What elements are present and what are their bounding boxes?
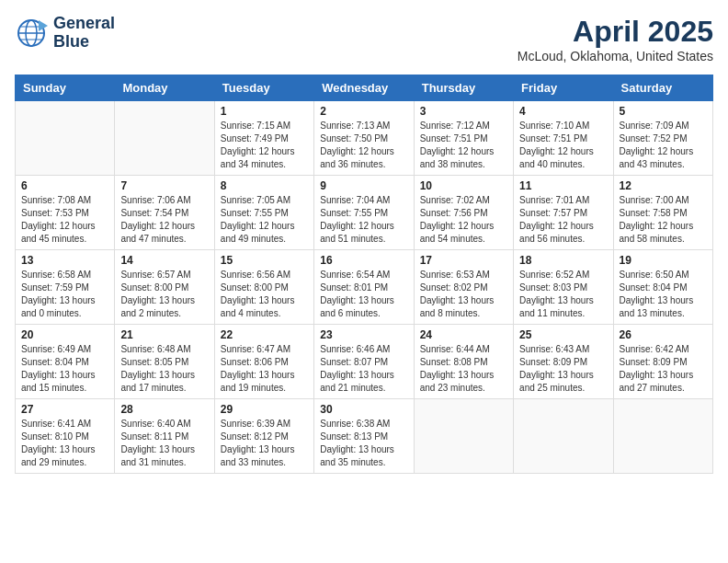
table-row: 27Sunrise: 6:41 AMSunset: 8:10 PMDayligh…: [16, 399, 115, 474]
day-info: Sunrise: 7:05 AMSunset: 7:55 PMDaylight:…: [221, 194, 308, 246]
day-number: 23: [320, 328, 407, 341]
table-row: 16Sunrise: 6:54 AMSunset: 8:01 PMDayligh…: [314, 250, 414, 325]
day-number: 25: [519, 328, 607, 341]
day-info: Sunrise: 6:40 AMSunset: 8:11 PMDaylight:…: [120, 418, 208, 469]
day-number: 28: [120, 403, 208, 416]
day-number: 20: [21, 328, 108, 341]
logo: General Blue: [15, 15, 115, 52]
title-area: April 2025 McLoud, Oklahoma, United Stat…: [518, 15, 713, 63]
day-number: 24: [420, 328, 507, 341]
day-number: 19: [620, 254, 707, 267]
table-row: 4Sunrise: 7:10 AMSunset: 7:51 PMDaylight…: [514, 101, 613, 176]
day-info: Sunrise: 6:54 AMSunset: 8:01 PMDaylight:…: [320, 269, 407, 320]
month-title: April 2025: [518, 15, 713, 49]
day-info: Sunrise: 6:46 AMSunset: 8:07 PMDaylight:…: [320, 343, 407, 395]
day-number: 12: [620, 179, 707, 192]
day-info: Sunrise: 6:52 AMSunset: 8:03 PMDaylight:…: [519, 269, 607, 320]
table-row: 17Sunrise: 6:53 AMSunset: 8:02 PMDayligh…: [414, 250, 513, 325]
header: General Blue April 2025 McLoud, Oklahoma…: [15, 15, 713, 63]
weekday-header-friday: Friday: [514, 75, 613, 101]
weekday-header-tuesday: Tuesday: [214, 75, 313, 101]
table-row: 28Sunrise: 6:40 AMSunset: 8:11 PMDayligh…: [115, 399, 214, 474]
table-row: 21Sunrise: 6:48 AMSunset: 8:05 PMDayligh…: [115, 325, 214, 399]
table-row: 12Sunrise: 7:00 AMSunset: 7:58 PMDayligh…: [613, 176, 712, 250]
day-info: Sunrise: 7:12 AMSunset: 7:51 PMDaylight:…: [420, 120, 507, 171]
weekday-header-saturday: Saturday: [613, 75, 712, 101]
day-number: 6: [21, 179, 108, 192]
weekday-header-thursday: Thursday: [414, 75, 513, 101]
table-row: 26Sunrise: 6:42 AMSunset: 8:09 PMDayligh…: [613, 325, 712, 399]
logo-text: General Blue: [53, 15, 115, 52]
table-row: 14Sunrise: 6:57 AMSunset: 8:00 PMDayligh…: [115, 250, 214, 325]
day-info: Sunrise: 7:10 AMSunset: 7:51 PMDaylight:…: [519, 120, 607, 171]
day-number: 14: [120, 254, 208, 267]
day-info: Sunrise: 6:49 AMSunset: 8:04 PMDaylight:…: [21, 343, 108, 395]
weekday-header-sunday: Sunday: [16, 75, 115, 101]
day-info: Sunrise: 6:42 AMSunset: 8:09 PMDaylight:…: [620, 343, 707, 395]
day-info: Sunrise: 7:15 AMSunset: 7:49 PMDaylight:…: [221, 120, 308, 171]
day-number: 22: [221, 328, 308, 341]
day-info: Sunrise: 6:53 AMSunset: 8:02 PMDaylight:…: [420, 269, 507, 320]
day-number: 1: [221, 105, 308, 118]
day-number: 7: [120, 179, 208, 192]
weekday-header-wednesday: Wednesday: [314, 75, 414, 101]
table-row: [115, 101, 214, 176]
calendar-week-row: 1Sunrise: 7:15 AMSunset: 7:49 PMDaylight…: [16, 101, 713, 176]
day-info: Sunrise: 6:39 AMSunset: 8:12 PMDaylight:…: [221, 418, 308, 469]
table-row: 20Sunrise: 6:49 AMSunset: 8:04 PMDayligh…: [16, 325, 115, 399]
day-number: 16: [320, 254, 407, 267]
day-info: Sunrise: 6:48 AMSunset: 8:05 PMDaylight:…: [120, 343, 208, 395]
day-number: 21: [120, 328, 208, 341]
day-info: Sunrise: 7:08 AMSunset: 7:53 PMDaylight:…: [21, 194, 108, 246]
weekday-header-monday: Monday: [115, 75, 214, 101]
table-row: [16, 101, 115, 176]
calendar-week-row: 20Sunrise: 6:49 AMSunset: 8:04 PMDayligh…: [16, 325, 713, 399]
day-info: Sunrise: 7:04 AMSunset: 7:55 PMDaylight:…: [320, 194, 407, 246]
day-number: 30: [320, 403, 407, 416]
table-row: 5Sunrise: 7:09 AMSunset: 7:52 PMDaylight…: [613, 101, 712, 176]
location-title: McLoud, Oklahoma, United States: [518, 49, 713, 63]
day-number: 2: [320, 105, 407, 118]
day-info: Sunrise: 7:09 AMSunset: 7:52 PMDaylight:…: [620, 120, 707, 171]
table-row: 19Sunrise: 6:50 AMSunset: 8:04 PMDayligh…: [613, 250, 712, 325]
day-info: Sunrise: 7:01 AMSunset: 7:57 PMDaylight:…: [519, 194, 607, 246]
calendar: SundayMondayTuesdayWednesdayThursdayFrid…: [15, 75, 713, 474]
table-row: [514, 399, 613, 474]
day-info: Sunrise: 6:38 AMSunset: 8:13 PMDaylight:…: [320, 418, 407, 469]
table-row: 11Sunrise: 7:01 AMSunset: 7:57 PMDayligh…: [514, 176, 613, 250]
day-number: 9: [320, 179, 407, 192]
calendar-week-row: 13Sunrise: 6:58 AMSunset: 7:59 PMDayligh…: [16, 250, 713, 325]
calendar-week-row: 27Sunrise: 6:41 AMSunset: 8:10 PMDayligh…: [16, 399, 713, 474]
table-row: 2Sunrise: 7:13 AMSunset: 7:50 PMDaylight…: [314, 101, 414, 176]
day-number: 4: [519, 105, 607, 118]
day-info: Sunrise: 6:57 AMSunset: 8:00 PMDaylight:…: [120, 269, 208, 320]
table-row: 6Sunrise: 7:08 AMSunset: 7:53 PMDaylight…: [16, 176, 115, 250]
logo-icon: [15, 17, 48, 50]
logo-line1: General: [53, 15, 115, 33]
weekday-header-row: SundayMondayTuesdayWednesdayThursdayFrid…: [16, 75, 713, 101]
table-row: 15Sunrise: 6:56 AMSunset: 8:00 PMDayligh…: [214, 250, 313, 325]
logo-line2: Blue: [53, 33, 115, 52]
table-row: 8Sunrise: 7:05 AMSunset: 7:55 PMDaylight…: [214, 176, 313, 250]
day-number: 3: [420, 105, 507, 118]
table-row: 18Sunrise: 6:52 AMSunset: 8:03 PMDayligh…: [514, 250, 613, 325]
day-number: 13: [21, 254, 108, 267]
day-info: Sunrise: 6:50 AMSunset: 8:04 PMDaylight:…: [620, 269, 707, 320]
day-info: Sunrise: 6:47 AMSunset: 8:06 PMDaylight:…: [221, 343, 308, 395]
table-row: 9Sunrise: 7:04 AMSunset: 7:55 PMDaylight…: [314, 176, 414, 250]
day-number: 27: [21, 403, 108, 416]
day-info: Sunrise: 6:58 AMSunset: 7:59 PMDaylight:…: [21, 269, 108, 320]
table-row: 30Sunrise: 6:38 AMSunset: 8:13 PMDayligh…: [314, 399, 414, 474]
table-row: 22Sunrise: 6:47 AMSunset: 8:06 PMDayligh…: [214, 325, 313, 399]
day-info: Sunrise: 7:00 AMSunset: 7:58 PMDaylight:…: [620, 194, 707, 246]
table-row: 13Sunrise: 6:58 AMSunset: 7:59 PMDayligh…: [16, 250, 115, 325]
day-info: Sunrise: 7:13 AMSunset: 7:50 PMDaylight:…: [320, 120, 407, 171]
day-number: 29: [221, 403, 308, 416]
table-row: 7Sunrise: 7:06 AMSunset: 7:54 PMDaylight…: [115, 176, 214, 250]
table-row: 24Sunrise: 6:44 AMSunset: 8:08 PMDayligh…: [414, 325, 513, 399]
day-info: Sunrise: 6:43 AMSunset: 8:09 PMDaylight:…: [519, 343, 607, 395]
table-row: [613, 399, 712, 474]
day-number: 10: [420, 179, 507, 192]
day-number: 8: [221, 179, 308, 192]
table-row: 25Sunrise: 6:43 AMSunset: 8:09 PMDayligh…: [514, 325, 613, 399]
